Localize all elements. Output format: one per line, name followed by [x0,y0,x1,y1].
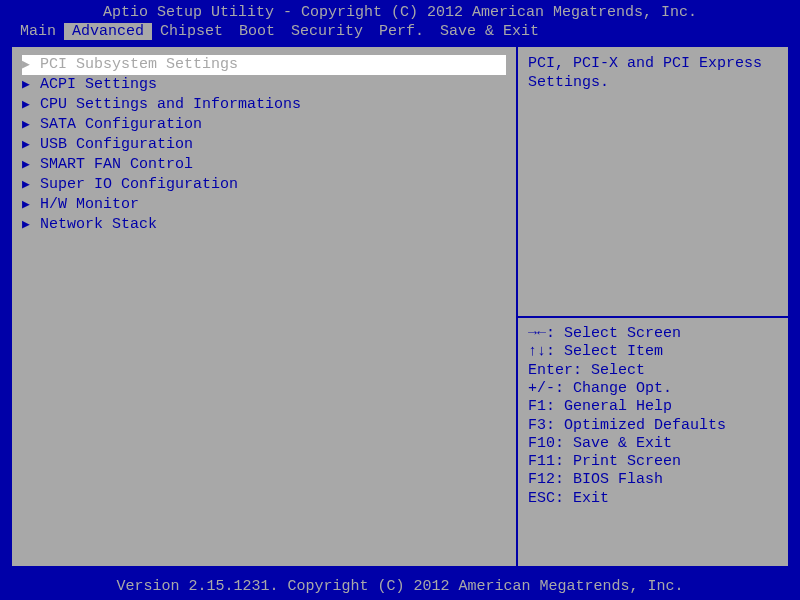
submenu-arrow-icon: ▶ [22,197,32,213]
menu-item-label: PCI Subsystem Settings [40,56,238,74]
menu-item-usb[interactable]: ▶USB Configuration [22,135,506,155]
key-hint: +/-: Change Opt. [528,380,778,398]
menu-item-label: ACPI Settings [40,76,157,94]
tab-bar: MainAdvancedChipsetBootSecurityPerf.Save… [0,23,800,44]
menu-item-sata[interactable]: ▶SATA Configuration [22,115,506,135]
submenu-arrow-icon: ▶ [22,137,32,153]
key-legend: →←: Select Screen↑↓: Select ItemEnter: S… [528,325,778,508]
key-hint: ESC: Exit [528,490,778,508]
key-hint: F1: General Help [528,398,778,416]
tab-perf[interactable]: Perf. [371,23,432,40]
menu-item-label: Super IO Configuration [40,176,238,194]
help-text: PCI, PCI-X and PCI Express Settings. [528,55,778,93]
menu-item-label: Network Stack [40,216,157,234]
menu-panel: ▶PCI Subsystem Settings▶ACPI Settings▶CP… [12,47,518,566]
submenu-arrow-icon: ▶ [22,217,32,233]
menu-item-pci[interactable]: ▶PCI Subsystem Settings [22,55,506,75]
key-hint: ↑↓: Select Item [528,343,778,361]
key-hint: →←: Select Screen [528,325,778,343]
menu-item-label: SMART FAN Control [40,156,193,174]
submenu-arrow-icon: ▶ [22,117,32,133]
menu-item-cpu[interactable]: ▶CPU Settings and Informations [22,95,506,115]
tab-boot[interactable]: Boot [231,23,283,40]
menu-item-netstack[interactable]: ▶Network Stack [22,215,506,235]
menu-item-smartfan[interactable]: ▶SMART FAN Control [22,155,506,175]
menu-item-label: USB Configuration [40,136,193,154]
menu-item-label: SATA Configuration [40,116,202,134]
footer-bar: Version 2.15.1231. Copyright (C) 2012 Am… [0,575,800,600]
key-hint: F12: BIOS Flash [528,471,778,489]
key-hint: F10: Save & Exit [528,435,778,453]
tab-advanced[interactable]: Advanced [64,23,152,40]
tab-chipset[interactable]: Chipset [152,23,231,40]
submenu-arrow-icon: ▶ [22,77,32,93]
tab-security[interactable]: Security [283,23,371,40]
submenu-arrow-icon: ▶ [22,177,32,193]
menu-item-label: H/W Monitor [40,196,139,214]
help-divider [518,316,788,318]
title-bar: Aptio Setup Utility - Copyright (C) 2012… [0,0,800,23]
key-hint: F3: Optimized Defaults [528,417,778,435]
submenu-arrow-icon: ▶ [22,57,32,73]
key-hint: Enter: Select [528,362,778,380]
menu-item-hwmon[interactable]: ▶H/W Monitor [22,195,506,215]
menu-item-label: CPU Settings and Informations [40,96,301,114]
menu-item-acpi[interactable]: ▶ACPI Settings [22,75,506,95]
submenu-arrow-icon: ▶ [22,157,32,173]
tab-saveexit[interactable]: Save & Exit [432,23,547,40]
help-panel: PCI, PCI-X and PCI Express Settings. →←:… [518,47,788,566]
tab-main[interactable]: Main [12,23,64,40]
submenu-arrow-icon: ▶ [22,97,32,113]
menu-item-superio[interactable]: ▶Super IO Configuration [22,175,506,195]
key-hint: F11: Print Screen [528,453,778,471]
content-panel: ▶PCI Subsystem Settings▶ACPI Settings▶CP… [10,44,790,569]
